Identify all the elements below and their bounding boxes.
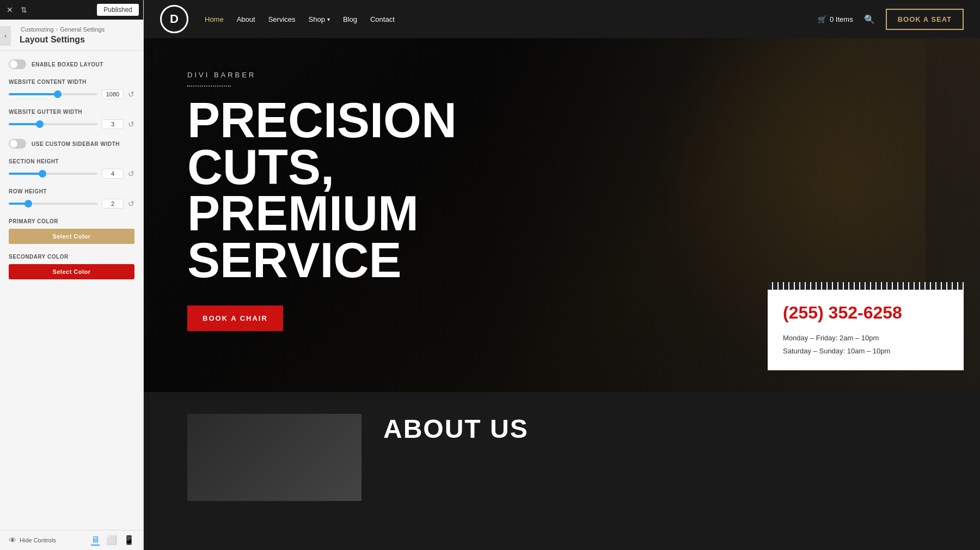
hero-title-line2: PREMIUM SERVICE xyxy=(187,186,419,288)
website-content-width-row: WEBSITE CONTENT WIDTH 1080 ↺ xyxy=(9,79,134,99)
main-preview: D Home About Services Shop ▾ Blog Contac… xyxy=(144,0,980,550)
website-gutter-width-reset[interactable]: ↺ xyxy=(128,120,134,129)
hide-controls-label: Hide Controls xyxy=(20,537,56,543)
primary-color-label: PRIMARY COLOR xyxy=(9,218,134,224)
hero-subtitle-divider xyxy=(187,85,231,87)
row-height-reset[interactable]: ↺ xyxy=(128,199,134,208)
sidebar-header: ‹ Customizing › General Settings Layout … xyxy=(0,20,143,51)
eye-icon: 👁 xyxy=(9,536,16,545)
hero-section: DIVI BARBER PRECISION CUTS, PREMIUM SERV… xyxy=(144,38,980,392)
row-height-slider-row: 2 ↺ xyxy=(9,199,134,209)
row-height-row: ROW HEIGHT 2 ↺ xyxy=(9,188,134,209)
search-icon[interactable]: 🔍 xyxy=(864,14,875,25)
book-seat-button[interactable]: BOOK A SEAT xyxy=(886,9,964,30)
book-chair-button[interactable]: BOOK A CHAIR xyxy=(187,305,283,331)
use-custom-sidebar-width-toggle[interactable] xyxy=(9,139,26,149)
breadcrumb-separator: › xyxy=(56,26,58,33)
cart-link[interactable]: 🛒 0 Items xyxy=(818,15,853,23)
primary-color-row: PRIMARY COLOR Select Color xyxy=(9,218,134,244)
site-logo: D xyxy=(160,5,188,33)
nav-links: Home About Services Shop ▾ Blog Contact xyxy=(205,15,807,23)
sort-icon[interactable]: ⇅ xyxy=(19,3,29,16)
row-height-label: ROW HEIGHT xyxy=(9,188,134,194)
nav-shop-label: Shop xyxy=(309,15,325,23)
hero-title-line1: PRECISION CUTS, xyxy=(187,93,457,194)
nav-link-shop[interactable]: Shop ▾ xyxy=(309,15,330,23)
about-title: ABOUT US xyxy=(383,414,529,444)
about-image xyxy=(187,414,362,501)
contact-hours-weekday: Monday – Friday: 2am – 10pm xyxy=(783,332,948,344)
breadcrumb: ‹ Customizing › General Settings xyxy=(9,26,134,33)
enable-boxed-layout-row: ENABLE BOXED LAYOUT xyxy=(9,59,134,69)
section-height-track[interactable] xyxy=(9,173,97,175)
enable-boxed-layout-toggle[interactable] xyxy=(9,59,26,69)
shop-chevron-icon: ▾ xyxy=(327,16,330,22)
hero-title: PRECISION CUTS, PREMIUM SERVICE xyxy=(187,97,568,284)
sidebar-section-title: Layout Settings xyxy=(9,35,134,45)
contact-hours-weekend: Saturday – Sunday: 10am – 10pm xyxy=(783,345,948,357)
website-content-width-slider-row: 1080 ↺ xyxy=(9,89,134,99)
section-height-input[interactable]: 4 xyxy=(102,169,124,179)
breadcrumb-child: General Settings xyxy=(60,26,105,33)
hero-subtitle: DIVI BARBER xyxy=(187,71,936,79)
sidebar-top-bar: ✕ ⇅ Published xyxy=(0,0,143,20)
primary-color-button[interactable]: Select Color xyxy=(9,229,134,244)
close-icon[interactable]: ✕ xyxy=(4,3,15,16)
nav-link-contact[interactable]: Contact xyxy=(370,15,395,23)
section-height-slider-row: 4 ↺ xyxy=(9,169,134,179)
secondary-color-button[interactable]: Select Color xyxy=(9,264,134,279)
section-height-row: SECTION HEIGHT 4 ↺ xyxy=(9,158,134,179)
website-gutter-width-row: WEBSITE GUTTER WIDTH 3 ↺ xyxy=(9,109,134,129)
about-section: ABOUT US xyxy=(144,392,980,512)
use-custom-sidebar-width-row: USE CUSTOM SIDEBAR WIDTH xyxy=(9,139,134,149)
contact-box: (255) 352-6258 Monday – Friday: 2am – 10… xyxy=(768,282,964,370)
tablet-icon[interactable]: ⬜ xyxy=(106,535,117,546)
breadcrumb-parent: Customizing xyxy=(21,26,54,33)
hide-controls-button[interactable]: 👁 Hide Controls xyxy=(9,536,56,545)
website-gutter-width-track[interactable] xyxy=(9,123,97,125)
device-icons-group: 🖥 ⬜ 📱 xyxy=(91,535,134,546)
website-gutter-width-input[interactable]: 3 xyxy=(102,119,124,129)
website-content-width-input[interactable]: 1080 xyxy=(102,89,124,99)
contact-box-body: (255) 352-6258 Monday – Friday: 2am – 10… xyxy=(768,290,964,370)
row-height-track[interactable] xyxy=(9,203,97,205)
secondary-color-row: SECONDARY COLOR Select Color xyxy=(9,254,134,279)
nav-link-about[interactable]: About xyxy=(237,15,255,23)
back-arrow[interactable]: ‹ xyxy=(0,26,11,46)
contact-box-stripe xyxy=(768,282,964,290)
contact-phone: (255) 352-6258 xyxy=(783,303,948,323)
website-content-width-label: WEBSITE CONTENT WIDTH xyxy=(9,79,134,85)
website-gutter-width-slider-row: 3 ↺ xyxy=(9,119,134,129)
secondary-color-label: SECONDARY COLOR xyxy=(9,254,134,260)
nav-link-home[interactable]: Home xyxy=(205,15,224,23)
mobile-icon[interactable]: 📱 xyxy=(124,535,134,546)
website-gutter-width-label: WEBSITE GUTTER WIDTH xyxy=(9,109,134,115)
website-content-width-reset[interactable]: ↺ xyxy=(128,90,134,99)
cart-icon: 🛒 xyxy=(818,15,826,23)
cart-count: 0 Items xyxy=(830,15,853,23)
desktop-icon[interactable]: 🖥 xyxy=(91,535,100,546)
sidebar-footer: 👁 Hide Controls 🖥 ⬜ 📱 xyxy=(0,530,143,550)
customizer-sidebar: ✕ ⇅ Published ‹ Customizing › General Se… xyxy=(0,0,144,550)
enable-boxed-layout-label: ENABLE BOXED LAYOUT xyxy=(32,62,103,68)
website-content-width-track[interactable] xyxy=(9,93,97,95)
nav-link-blog[interactable]: Blog xyxy=(343,15,357,23)
sidebar-content: ENABLE BOXED LAYOUT WEBSITE CONTENT WIDT… xyxy=(0,51,143,530)
row-height-input[interactable]: 2 xyxy=(102,199,124,209)
contact-hours: Monday – Friday: 2am – 10pm Saturday – S… xyxy=(783,332,948,357)
published-badge: Published xyxy=(97,4,139,16)
section-height-reset[interactable]: ↺ xyxy=(128,169,134,178)
site-navbar: D Home About Services Shop ▾ Blog Contac… xyxy=(144,0,980,38)
section-height-label: SECTION HEIGHT xyxy=(9,158,134,164)
nav-link-services[interactable]: Services xyxy=(268,15,296,23)
use-custom-sidebar-width-label: USE CUSTOM SIDEBAR WIDTH xyxy=(32,141,120,147)
